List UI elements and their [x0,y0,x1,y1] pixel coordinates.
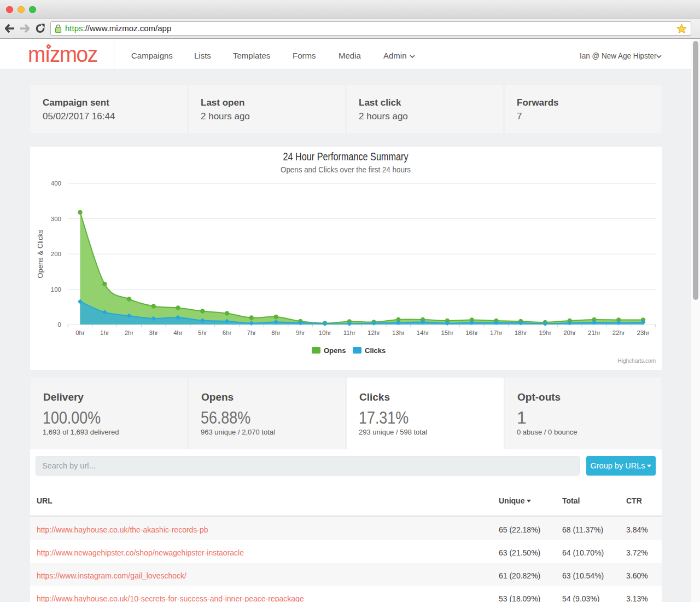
svg-text:100: 100 [51,286,61,293]
svg-text:3hr: 3hr [149,329,158,336]
svg-text:14hr: 14hr [417,329,429,336]
svg-text:10hr: 10hr [319,329,331,336]
svg-text:7hr: 7hr [247,329,256,336]
svg-text:20hr: 20hr [563,329,576,336]
svg-text:19hr: 19hr [539,329,551,336]
svg-text:1hr: 1hr [100,329,109,336]
svg-text:Opens and Clicks over the firs: Opens and Clicks over the first 24 hours [281,165,411,174]
svg-text:22hr: 22hr [612,329,625,336]
svg-text:0: 0 [58,321,61,328]
svg-text:Opens & Clicks: Opens & Clicks [36,229,44,278]
svg-text:0hr: 0hr [75,329,85,336]
svg-text:Highcharts.com: Highcharts.com [618,358,656,364]
svg-text:9hr: 9hr [296,329,305,336]
svg-text:12hr: 12hr [368,329,380,336]
svg-text:200: 200 [51,251,61,257]
svg-text:24 Hour Performance Summary: 24 Hour Performance Summary [283,150,409,163]
svg-text:5hr: 5hr [198,329,207,336]
svg-text:23hr: 23hr [637,329,649,336]
svg-text:11hr: 11hr [343,329,355,336]
svg-text:18hr: 18hr [515,329,527,336]
svg-text:2hr: 2hr [125,329,134,336]
svg-text:15hr: 15hr [441,329,453,336]
svg-text:400: 400 [51,180,61,187]
svg-text:17hr: 17hr [490,329,503,336]
svg-text:Opens: Opens [324,346,346,355]
svg-text:16hr: 16hr [465,329,478,336]
svg-text:6hr: 6hr [223,329,232,336]
svg-text:8hr: 8hr [271,329,281,336]
svg-text:21hr: 21hr [588,329,600,336]
svg-text:300: 300 [51,216,61,222]
svg-text:4hr: 4hr [173,329,183,336]
svg-text:13hr: 13hr [392,329,405,336]
svg-text:Clicks: Clicks [365,346,386,355]
